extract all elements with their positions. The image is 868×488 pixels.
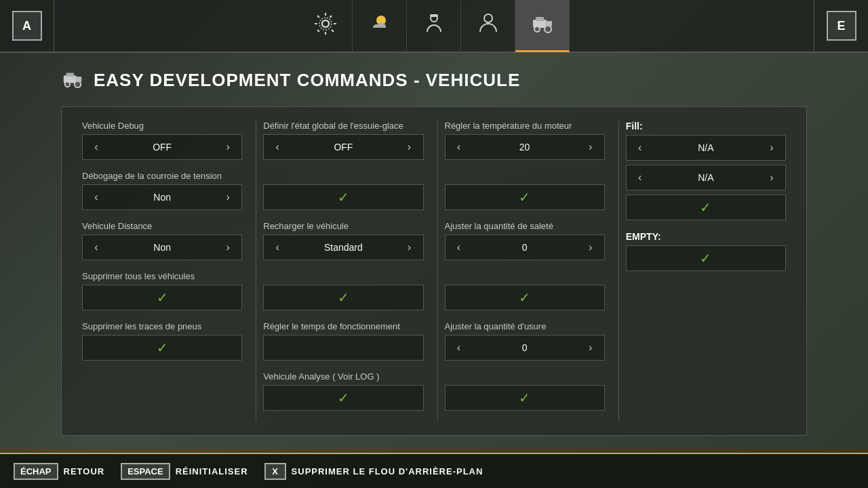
vehicule-debug-prev[interactable]: ‹ [83, 134, 110, 160]
recharger-action-group: ✓ [263, 271, 423, 310]
page-title-icon [61, 66, 84, 94]
espace-group: ESPACE RÉINITIALISER [121, 463, 248, 480]
essuie-glace-prev[interactable]: ‹ [264, 134, 291, 160]
salete-value: 0 [473, 242, 577, 253]
recharger-action-btn[interactable]: ✓ [263, 285, 423, 310]
fill-stepper-1[interactable]: ‹ N/A › [626, 135, 786, 161]
vehicule-distance-prev[interactable]: ‹ [83, 235, 110, 260]
supprimer-traces-btn[interactable]: ✓ [82, 335, 242, 361]
svg-point-0 [322, 20, 329, 27]
fill-1-prev[interactable]: ‹ [627, 135, 654, 161]
tab-player[interactable] [461, 0, 515, 52]
temps-fonctionnement-label: Régler le temps de fonctionnement [263, 321, 423, 331]
vehicule-debug-next[interactable]: › [214, 134, 241, 160]
temperature-stepper[interactable]: ‹ 20 › [445, 134, 605, 160]
temperature-label: Régler la température du moteur [445, 121, 605, 131]
fill-1-value: N/A [654, 142, 758, 153]
vehicule-analyse-btn[interactable]: ✓ [263, 385, 423, 411]
essuie-action-check: ✓ [338, 189, 349, 205]
usure-action-btn[interactable]: ✓ [445, 385, 605, 411]
fill-2-next[interactable]: › [758, 165, 785, 190]
espace-badge[interactable]: ESPACE [121, 463, 170, 480]
salete-action-label [445, 271, 605, 281]
salete-next[interactable]: › [577, 235, 604, 260]
worker-icon [422, 12, 446, 41]
vehicule-distance-next[interactable]: › [214, 235, 241, 260]
vehicule-distance-value: Non [110, 242, 214, 253]
temps-fonctionnement-btn[interactable]: ✓ [263, 335, 423, 361]
empty-section: EMPTY: ✓ [626, 231, 786, 271]
temperature-action-group: ✓ [445, 171, 605, 210]
tab-worker[interactable] [407, 0, 461, 52]
recharger-next[interactable]: › [396, 235, 423, 260]
essuie-glace-next[interactable]: › [396, 134, 423, 160]
echap-badge[interactable]: ÉCHAP [14, 463, 58, 480]
salete-group: Ajuster la quantité de saleté ‹ 0 › [445, 221, 605, 260]
recharger-stepper[interactable]: ‹ Standard › [263, 235, 423, 260]
main-content: EASY DEVELOPMENT COMMANDS - VEHICULE Veh… [0, 53, 868, 449]
recharger-group: Recharger le véhicule ‹ Standard › [263, 221, 423, 260]
salete-stepper[interactable]: ‹ 0 › [445, 235, 605, 260]
vehicule-analyse-label: Vehicule Analyse ( Voir LOG ) [263, 371, 423, 382]
svg-rect-10 [545, 21, 552, 26]
svg-rect-7 [536, 17, 544, 21]
x-badge[interactable]: X [264, 463, 286, 480]
topbar-left: A [0, 0, 54, 52]
usure-prev[interactable]: ‹ [446, 335, 473, 361]
courroie-next[interactable]: › [214, 184, 241, 210]
column-1: Vehicule Debug ‹ OFF › Débogage de la co… [82, 121, 256, 422]
courroie-stepper[interactable]: ‹ Non › [82, 184, 242, 210]
vehicle-icon [530, 10, 555, 39]
recharger-prev[interactable]: ‹ [264, 235, 291, 260]
essuie-action-btn[interactable]: ✓ [263, 184, 423, 210]
essuie-glace-stepper[interactable]: ‹ OFF › [263, 134, 423, 160]
x-group: X SUPPRIMER LE FLOU D'ARRIÈRE-PLAN [264, 463, 484, 480]
empty-action-btn[interactable]: ✓ [626, 245, 786, 271]
settings-panel: Vehicule Debug ‹ OFF › Débogage de la co… [61, 106, 807, 436]
usure-action-check: ✓ [519, 390, 530, 406]
svg-point-14 [75, 81, 81, 87]
tab-settings[interactable] [298, 0, 353, 52]
espace-label: RÉINITIALISER [176, 466, 248, 476]
tab-weather[interactable] [353, 0, 407, 52]
e-button[interactable]: E [827, 11, 856, 41]
salete-prev[interactable]: ‹ [446, 235, 473, 260]
vehicule-analyse-group: Vehicule Analyse ( Voir LOG ) ✓ [263, 371, 423, 411]
essuie-action-label [263, 171, 423, 181]
fill-stepper-2[interactable]: ‹ N/A › [626, 165, 786, 190]
vehicule-debug-stepper[interactable]: ‹ OFF › [82, 134, 242, 160]
salete-action-btn[interactable]: ✓ [445, 285, 605, 310]
temperature-prev[interactable]: ‹ [446, 134, 473, 160]
fill-action-btn[interactable]: ✓ [626, 195, 786, 220]
vehicule-debug-group: Vehicule Debug ‹ OFF › [82, 121, 242, 160]
settings-icon [313, 12, 338, 41]
fill-action-check: ✓ [700, 199, 711, 216]
vehicule-debug-label: Vehicule Debug [82, 121, 242, 131]
courroie-prev[interactable]: ‹ [83, 184, 110, 210]
supprimer-vehicules-btn[interactable]: ✓ [82, 285, 242, 310]
temperature-next[interactable]: › [577, 134, 604, 160]
supprimer-vehicules-check: ✓ [157, 289, 168, 306]
usure-next[interactable]: › [577, 335, 604, 361]
topbar-right: E [814, 0, 868, 52]
vehicule-distance-stepper[interactable]: ‹ Non › [82, 235, 242, 260]
essuie-glace-group: Définir l'état global de l'essuie-glace … [263, 121, 423, 160]
svg-rect-4 [430, 14, 438, 17]
usure-label: Ajuster la quantité d'usure [445, 321, 605, 331]
recharger-label: Recharger le véhicule [263, 221, 423, 231]
empty-label: EMPTY: [626, 231, 786, 242]
column-2: Définir l'état global de l'essuie-glace … [256, 121, 437, 422]
fill-1-next[interactable]: › [758, 135, 785, 161]
svg-rect-15 [75, 77, 81, 82]
usure-action-label [445, 371, 605, 382]
temperature-action-btn[interactable]: ✓ [445, 184, 605, 210]
usure-stepper[interactable]: ‹ 0 › [445, 335, 605, 361]
tab-vehicle[interactable] [515, 0, 570, 52]
vehicule-analyse-check: ✓ [338, 390, 349, 406]
recharger-action-label [263, 271, 423, 281]
fill-2-prev[interactable]: ‹ [627, 165, 654, 190]
usure-group: Ajuster la quantité d'usure ‹ 0 › [445, 321, 605, 361]
supprimer-vehicules-label: Supprimer tous les véhicules [82, 271, 242, 281]
recharger-action-check: ✓ [338, 289, 349, 306]
a-button[interactable]: A [12, 11, 42, 41]
